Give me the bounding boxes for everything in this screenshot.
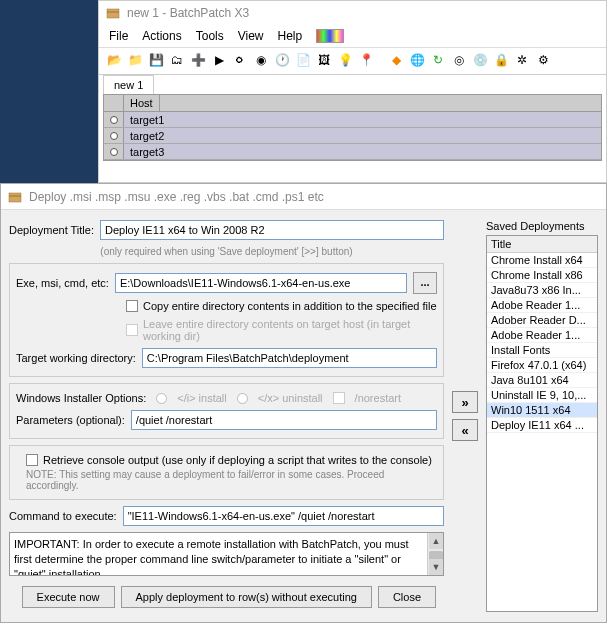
list-item[interactable]: Deploy IE11 x64 ... (487, 418, 597, 433)
load-deployment-button[interactable]: « (452, 419, 478, 441)
bulb-icon[interactable]: 💡 (336, 51, 354, 69)
file-group: Exe, msi, cmd, etc: ... Copy entire dire… (9, 263, 444, 377)
list-item[interactable]: Chrome Install x64 (487, 253, 597, 268)
list-item[interactable]: Adobe Reader 1... (487, 298, 597, 313)
cmd-label: Command to execute: (9, 510, 117, 522)
saved-list: Title Chrome Install x64Chrome Install x… (486, 235, 598, 612)
col-host[interactable]: Host (124, 95, 160, 111)
save-deployment-button[interactable]: » (452, 391, 478, 413)
open-icon[interactable]: 📂 (105, 51, 123, 69)
saveall-icon[interactable]: 🗂 (168, 51, 186, 69)
retrieve-checkbox[interactable] (26, 454, 38, 466)
svg-rect-0 (107, 9, 119, 18)
folder-icon[interactable]: 📁 (126, 51, 144, 69)
list-item[interactable]: Firefox 47.0.1 (x64) (487, 358, 597, 373)
list-item[interactable]: Install Fonts (487, 343, 597, 358)
color-grid-icon[interactable] (316, 29, 344, 43)
list-item[interactable]: Adobe Reader 1... (487, 328, 597, 343)
main-window: new 1 - BatchPatch X3 File Actions Tools… (98, 0, 607, 183)
dialog-titlebar: Deploy .msi .msp .msu .exe .reg .vbs .ba… (1, 184, 606, 210)
execute-button[interactable]: Execute now (22, 586, 115, 608)
deploy-dialog: Deploy .msi .msp .msu .exe .reg .vbs .ba… (0, 183, 607, 623)
app-icon (105, 5, 121, 21)
file-input[interactable] (115, 273, 407, 293)
scroll-up-icon[interactable]: ▲ (429, 533, 443, 549)
gear-icon[interactable]: ⚙ (534, 51, 552, 69)
clock-icon[interactable]: 🕐 (273, 51, 291, 69)
file-label: Exe, msi, cmd, etc: (16, 277, 109, 289)
saved-header[interactable]: Title (487, 236, 597, 253)
img-icon[interactable]: 🖼 (315, 51, 333, 69)
refresh-icon[interactable]: ↻ (429, 51, 447, 69)
list-item[interactable]: Adober Reader D... (487, 313, 597, 328)
radio-uninstall (237, 393, 248, 404)
circle-play-icon[interactable]: ⭘ (231, 51, 249, 69)
info-text[interactable]: IMPORTANT: In order to execute a remote … (9, 532, 444, 576)
play-icon[interactable]: ▶ (210, 51, 228, 69)
menu-view[interactable]: View (238, 29, 264, 43)
diamond-icon[interactable]: ◆ (387, 51, 405, 69)
retrieve-label: Retrieve console output (use only if dep… (43, 454, 432, 466)
radio-install (156, 393, 167, 404)
menu-file[interactable]: File (109, 29, 128, 43)
stop-icon[interactable]: ◉ (252, 51, 270, 69)
package-icon (7, 189, 23, 205)
fan-icon[interactable]: ✲ (513, 51, 531, 69)
close-button[interactable]: Close (378, 586, 436, 608)
svg-rect-2 (9, 193, 21, 202)
tab-new1[interactable]: new 1 (103, 75, 154, 94)
cmd-input[interactable] (123, 506, 444, 526)
menu-help[interactable]: Help (278, 29, 303, 43)
list-item[interactable]: Chrome Install x86 (487, 268, 597, 283)
apply-button[interactable]: Apply deployment to row(s) without execu… (121, 586, 372, 608)
target-icon[interactable]: ◎ (450, 51, 468, 69)
list-item[interactable]: Java8u73 x86 In... (487, 283, 597, 298)
deploy-title-hint: (only required when using 'Save deployme… (9, 246, 444, 257)
params-input[interactable] (131, 410, 437, 430)
disc-icon[interactable]: 💿 (471, 51, 489, 69)
retrieve-group: Retrieve console output (use only if dep… (9, 445, 444, 500)
chk-norestart (333, 392, 345, 404)
host-grid: Host target1target2target3 (103, 94, 602, 161)
titlebar: new 1 - BatchPatch X3 (99, 1, 606, 25)
menubar: File Actions Tools View Help (99, 25, 606, 47)
options-group: Windows Installer Options: </i> install … (9, 383, 444, 439)
browse-button[interactable]: ... (413, 272, 437, 294)
retrieve-note: NOTE: This setting may cause a deploymen… (16, 469, 437, 491)
doc-icon[interactable]: 📄 (294, 51, 312, 69)
globe-icon[interactable]: 🌐 (408, 51, 426, 69)
lock-icon[interactable]: 🔒 (492, 51, 510, 69)
saved-title: Saved Deployments (486, 220, 598, 235)
leave-dir-checkbox (126, 324, 138, 336)
add-icon[interactable]: ➕ (189, 51, 207, 69)
table-row[interactable]: target1 (104, 112, 601, 128)
dialog-title: Deploy .msi .msp .msu .exe .reg .vbs .ba… (29, 190, 324, 204)
deploy-title-input[interactable] (100, 220, 444, 240)
leave-dir-label: Leave entire directory contents on targe… (143, 318, 437, 342)
menu-actions[interactable]: Actions (142, 29, 181, 43)
table-row[interactable]: target2 (104, 128, 601, 144)
table-row[interactable]: target3 (104, 144, 601, 160)
workdir-label: Target working directory: (16, 352, 136, 364)
params-label: Parameters (optional): (16, 414, 125, 426)
scrollbar[interactable]: ▲ ▼ (427, 533, 443, 575)
window-title: new 1 - BatchPatch X3 (127, 6, 249, 20)
copy-dir-checkbox[interactable] (126, 300, 138, 312)
save-icon[interactable]: 💾 (147, 51, 165, 69)
list-item[interactable]: Win10 1511 x64 (487, 403, 597, 418)
list-item[interactable]: Uninstall IE 9, 10,... (487, 388, 597, 403)
workdir-input[interactable] (142, 348, 437, 368)
scroll-down-icon[interactable]: ▼ (429, 559, 443, 575)
installer-opts-label: Windows Installer Options: (16, 392, 146, 404)
tabstrip: new 1 (99, 74, 606, 94)
copy-dir-label: Copy entire directory contents in additi… (143, 300, 437, 312)
list-item[interactable]: Java 8u101 x64 (487, 373, 597, 388)
menu-tools[interactable]: Tools (196, 29, 224, 43)
pin-icon[interactable]: 📍 (357, 51, 375, 69)
deploy-title-label: Deployment Title: (9, 224, 94, 236)
toolbar: 📂 📁 💾 🗂 ➕ ▶ ⭘ ◉ 🕐 📄 🖼 💡 📍 ◆ 🌐 ↻ ◎ 💿 🔒 ✲ … (99, 47, 606, 72)
